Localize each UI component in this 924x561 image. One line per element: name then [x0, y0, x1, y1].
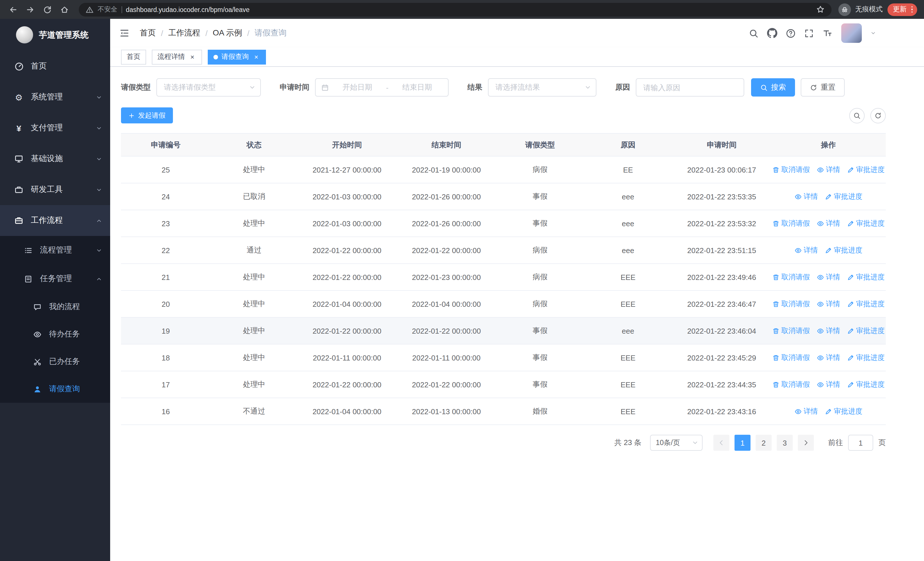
sidebar-item-task-management[interactable]: 任务管理: [0, 265, 110, 293]
security-label[interactable]: 不安全: [98, 5, 117, 14]
url-text[interactable]: dashboard.yudao.iocoder.cn/bpm/oa/leave: [126, 6, 250, 13]
cancel-leave-link[interactable]: 取消请假: [772, 272, 810, 282]
logo[interactable]: 芋道管理系统: [0, 19, 110, 51]
sidebar-item-dev-tools[interactable]: 研发工具: [0, 174, 110, 205]
tab-home[interactable]: 首页: [121, 50, 146, 64]
tab-process-detail[interactable]: 流程详情 ×: [152, 50, 202, 64]
table-row[interactable]: 23处理中2022-01-03 00:00:002022-01-26 00:00…: [121, 210, 886, 237]
approval-progress-link[interactable]: 审批进度: [847, 272, 885, 282]
tab-leave-query[interactable]: 请假查询 ×: [208, 50, 266, 64]
create-leave-button[interactable]: 发起请假: [121, 107, 173, 123]
approval-progress-link[interactable]: 审批进度: [825, 192, 862, 202]
approval-progress-link[interactable]: 审批进度: [825, 245, 862, 255]
cell-reason: EEE: [584, 407, 672, 416]
table-row[interactable]: 25处理中2021-12-27 00:00:002022-01-19 00:00…: [121, 156, 886, 183]
table-row[interactable]: 19处理中2022-01-22 00:00:002022-01-22 00:00…: [121, 317, 886, 344]
browser-menu-icon[interactable]: [910, 6, 914, 13]
bookmark-star-icon[interactable]: [816, 5, 824, 14]
sidebar-item-todo-tasks[interactable]: 待办任务: [0, 320, 110, 348]
detail-link[interactable]: 详情: [817, 272, 840, 282]
cell-apply-time: 2022-01-22 23:49:46: [672, 273, 771, 281]
page-size-select[interactable]: 10条/页: [650, 435, 702, 451]
sidebar-item-infrastructure[interactable]: 基础设施: [0, 143, 110, 174]
start-date-input[interactable]: 开始日期: [332, 82, 382, 93]
end-date-input[interactable]: 结束日期: [392, 82, 442, 93]
table-row[interactable]: 22通过2022-01-22 00:00:002022-01-22 00:00:…: [121, 237, 886, 264]
approval-progress-link[interactable]: 审批进度: [847, 326, 885, 335]
fullscreen-icon[interactable]: [804, 28, 814, 38]
next-page-button[interactable]: [798, 435, 814, 451]
cell-end-time: 2022-01-26 00:00:00: [396, 219, 496, 228]
breadcrumb-workflow[interactable]: 工作流程: [168, 28, 200, 38]
cancel-leave-link[interactable]: 取消请假: [772, 165, 810, 174]
prev-page-button[interactable]: [713, 435, 729, 451]
sidebar-item-workflow[interactable]: 工作流程: [0, 205, 110, 236]
result-select[interactable]: 请选择流结果: [488, 78, 596, 96]
approval-progress-link[interactable]: 审批进度: [847, 380, 885, 390]
breadcrumb-oa-example[interactable]: OA 示例: [213, 28, 242, 38]
goto-page-input[interactable]: [848, 435, 873, 451]
cell-start-time: 2022-01-04 00:00:00: [298, 407, 396, 416]
apply-time-range-picker[interactable]: 开始日期 - 结束日期: [315, 78, 448, 96]
browser-home-icon[interactable]: [57, 2, 72, 17]
avatar[interactable]: [841, 23, 862, 43]
cancel-leave-link[interactable]: 取消请假: [772, 380, 810, 390]
cancel-leave-link[interactable]: 取消请假: [772, 353, 810, 362]
page-button-1[interactable]: 1: [735, 435, 750, 451]
reset-button[interactable]: 重置: [801, 78, 844, 96]
cell-leave-type: 事假: [496, 352, 584, 363]
browser-back-icon[interactable]: [6, 2, 21, 17]
leave-type-select[interactable]: 请选择请假类型: [156, 78, 261, 96]
monitor-icon: [14, 154, 24, 163]
sidebar-item-done-tasks[interactable]: 已办任务: [0, 348, 110, 375]
refresh-button[interactable]: [870, 108, 886, 123]
approval-progress-link[interactable]: 审批进度: [847, 353, 885, 362]
sidebar-item-my-process[interactable]: 我的流程: [0, 293, 110, 320]
sidebar-item-leave-query[interactable]: 请假查询: [0, 375, 110, 403]
approval-progress-link[interactable]: 审批进度: [825, 406, 862, 416]
detail-link[interactable]: 详情: [817, 353, 840, 362]
cancel-leave-link[interactable]: 取消请假: [772, 326, 810, 335]
cancel-leave-link[interactable]: 取消请假: [772, 299, 810, 309]
sidebar-item-system[interactable]: ⚙ 系统管理: [0, 82, 110, 113]
approval-progress-link[interactable]: 审批进度: [847, 218, 885, 228]
github-icon[interactable]: [767, 28, 777, 38]
page-button-2[interactable]: 2: [756, 435, 772, 451]
approval-progress-link[interactable]: 审批进度: [847, 165, 885, 174]
help-icon[interactable]: [786, 28, 796, 38]
sidebar-item-process-management[interactable]: 流程管理: [0, 236, 110, 265]
sidebar-item-payment[interactable]: ¥ 支付管理: [0, 113, 110, 143]
detail-link[interactable]: 详情: [795, 406, 818, 416]
approval-progress-link[interactable]: 审批进度: [847, 299, 885, 309]
detail-link[interactable]: 详情: [795, 192, 818, 202]
detail-link[interactable]: 详情: [817, 165, 840, 174]
detail-link[interactable]: 详情: [817, 218, 840, 228]
reason-input[interactable]: [636, 78, 744, 96]
close-icon[interactable]: ×: [188, 53, 196, 61]
table-row[interactable]: 17处理中2022-01-22 00:00:002022-01-22 00:00…: [121, 371, 886, 398]
table-row[interactable]: 21处理中2022-01-22 00:00:002022-01-23 00:00…: [121, 264, 886, 291]
table-row[interactable]: 16不通过2022-01-04 00:00:002022-01-13 00:00…: [121, 398, 886, 425]
search-icon[interactable]: [749, 28, 759, 38]
close-icon[interactable]: ×: [252, 53, 260, 61]
detail-link[interactable]: 详情: [817, 326, 840, 335]
toggle-search-button[interactable]: [849, 108, 865, 123]
chevron-down-icon[interactable]: [870, 30, 876, 36]
browser-reload-icon[interactable]: [40, 2, 55, 17]
table-row[interactable]: 24已取消2022-01-03 00:00:002022-01-26 00:00…: [121, 183, 886, 210]
cancel-leave-link[interactable]: 取消请假: [772, 218, 810, 228]
breadcrumb-home[interactable]: 首页: [140, 28, 156, 38]
browser-update-button[interactable]: 更新: [887, 3, 917, 16]
font-size-icon[interactable]: [822, 28, 832, 38]
page-button-3[interactable]: 3: [777, 435, 793, 451]
detail-link[interactable]: 详情: [817, 299, 840, 309]
search-button[interactable]: 搜索: [751, 78, 795, 96]
sidebar-item-home[interactable]: 首页: [0, 51, 110, 82]
table-row[interactable]: 18处理中2022-01-11 00:00:002022-01-11 00:00…: [121, 344, 886, 371]
address-bar[interactable]: 不安全 dashboard.yudao.iocoder.cn/bpm/oa/le…: [79, 3, 831, 16]
table-row[interactable]: 20处理中2022-01-04 00:00:002022-01-04 00:00…: [121, 291, 886, 317]
detail-link[interactable]: 详情: [795, 245, 818, 255]
detail-link[interactable]: 详情: [817, 380, 840, 390]
sidebar-collapse-icon[interactable]: [119, 28, 129, 38]
browser-forward-icon[interactable]: [23, 2, 38, 17]
